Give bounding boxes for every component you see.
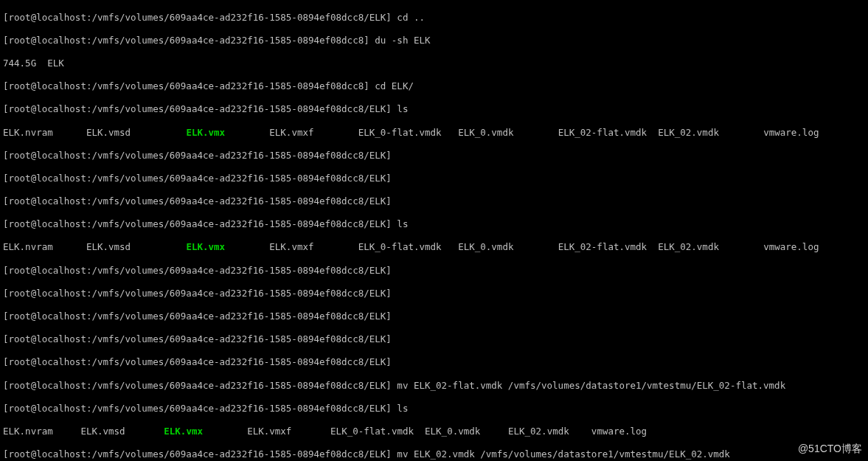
watermark: @51CTO博客 — [798, 443, 862, 455]
line-a3: [root@localhost:/vmfs/volumes/609aa4ce-a… — [3, 195, 865, 207]
line-b3: [root@localhost:/vmfs/volumes/609aa4ce-a… — [3, 311, 865, 322]
line-ls3: [root@localhost:/vmfs/volumes/609aa4ce-a… — [3, 403, 865, 415]
line-ls1: [root@localhost:/vmfs/volumes/609aa4ce-a… — [3, 103, 865, 115]
terminal[interactable]: [root@localhost:/vmfs/volumes/609aa4ce-a… — [0, 0, 868, 461]
line-ls2: [root@localhost:/vmfs/volumes/609aa4ce-a… — [3, 218, 865, 230]
line-du: [root@localhost:/vmfs/volumes/609aa4ce-a… — [3, 35, 865, 46]
line-ls1-out: ELK.nvram ELK.vmsd ELK.vmx ELK.vmxf ELK_… — [3, 127, 865, 139]
line-b2: [root@localhost:/vmfs/volumes/609aa4ce-a… — [3, 288, 865, 299]
line-ls3-out: ELK.nvram ELK.vmsd ELK.vmx ELK.vmxf ELK_… — [3, 426, 865, 437]
line-mv1: [root@localhost:/vmfs/volumes/609aa4ce-a… — [3, 380, 865, 392]
line-cd-up: [root@localhost:/vmfs/volumes/609aa4ce-a… — [3, 12, 865, 24]
line-b1: [root@localhost:/vmfs/volumes/609aa4ce-a… — [3, 265, 865, 277]
line-a2: [root@localhost:/vmfs/volumes/609aa4ce-a… — [3, 173, 865, 184]
line-b5: [root@localhost:/vmfs/volumes/609aa4ce-a… — [3, 356, 865, 368]
line-b4: [root@localhost:/vmfs/volumes/609aa4ce-a… — [3, 333, 865, 345]
line-du-out: 744.5G ELK — [3, 58, 865, 69]
line-a1: [root@localhost:/vmfs/volumes/609aa4ce-a… — [3, 150, 865, 162]
line-mv2: [root@localhost:/vmfs/volumes/609aa4ce-a… — [3, 448, 865, 460]
line-cd-elk: [root@localhost:/vmfs/volumes/609aa4ce-a… — [3, 80, 865, 92]
line-ls2-out: ELK.nvram ELK.vmsd ELK.vmx ELK.vmxf ELK_… — [3, 241, 865, 253]
